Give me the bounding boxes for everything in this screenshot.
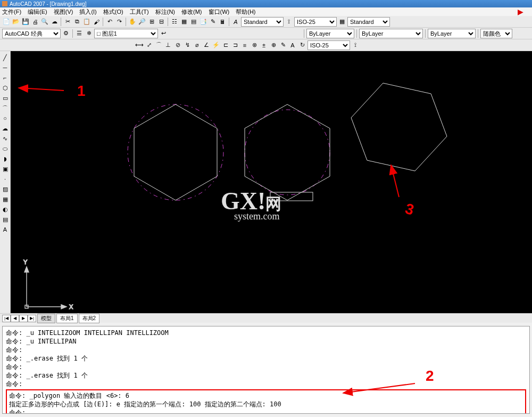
menu-view[interactable]: 视图(V) bbox=[54, 8, 73, 16]
calc-icon[interactable]: 🖩 bbox=[218, 18, 227, 26]
tab-last-icon[interactable]: ▶| bbox=[28, 315, 36, 322]
dimdia-icon[interactable]: ⌀ bbox=[193, 41, 201, 50]
dimstyle-icon[interactable]: ⟟ bbox=[285, 18, 293, 26]
zoomp-icon[interactable]: ⊟ bbox=[157, 18, 165, 26]
dimang-icon[interactable]: ∠ bbox=[202, 41, 211, 50]
dimord-icon[interactable]: ⊥ bbox=[164, 41, 172, 50]
menu-help[interactable]: 帮助(H) bbox=[236, 8, 255, 16]
layerfreeze-icon[interactable]: ❄ bbox=[85, 29, 93, 38]
dimstyle-combo[interactable]: ISO-25 bbox=[294, 17, 337, 27]
table-icon[interactable]: ▤ bbox=[1, 215, 10, 224]
sheetset-icon[interactable]: 📑 bbox=[199, 18, 207, 26]
new-icon[interactable]: 📄 bbox=[2, 18, 11, 26]
dimquick-icon[interactable]: ⚡ bbox=[212, 41, 220, 50]
cmd-highlight: 命令: _polygon 输入边的数目 <6>: 6 指定正多边形的中心点或 [… bbox=[6, 389, 526, 414]
tab-prev-icon[interactable]: ◀ bbox=[11, 315, 19, 322]
menu-window[interactable]: 窗口(W) bbox=[209, 8, 230, 16]
toolpalette-icon[interactable]: ▤ bbox=[189, 18, 198, 26]
dimbase-icon[interactable]: ⊏ bbox=[221, 41, 230, 50]
gradient-icon[interactable]: ▦ bbox=[1, 195, 10, 203]
revcloud-icon[interactable]: ☁ bbox=[1, 124, 10, 133]
ellipse-icon[interactable]: ⬭ bbox=[1, 144, 10, 153]
dimbreak-icon[interactable]: ⊗ bbox=[250, 41, 259, 50]
dimspace-icon[interactable]: ≡ bbox=[240, 41, 249, 50]
tablestyle-icon[interactable]: ▦ bbox=[338, 18, 346, 26]
tab-layout2[interactable]: 布局2 bbox=[79, 314, 100, 323]
dimedit-icon[interactable]: ✎ bbox=[279, 41, 287, 50]
open-icon[interactable]: 📂 bbox=[12, 18, 20, 26]
dimradius-icon[interactable]: ⊘ bbox=[173, 41, 182, 50]
designcenter-icon[interactable]: ▦ bbox=[180, 18, 188, 26]
dimcenter-icon[interactable]: ⊕ bbox=[269, 41, 278, 50]
polygon-icon[interactable]: ⬡ bbox=[1, 84, 10, 92]
menu-format[interactable]: 格式(O) bbox=[103, 8, 123, 16]
dimtol-icon[interactable]: ± bbox=[260, 41, 268, 50]
hatch-icon[interactable]: ▨ bbox=[1, 185, 10, 193]
matchprop-icon[interactable]: 🖌 bbox=[92, 18, 101, 26]
tab-first-icon[interactable]: |◀ bbox=[2, 315, 11, 322]
tab-next-icon[interactable]: ▶ bbox=[19, 315, 28, 322]
redo-icon[interactable]: ↷ bbox=[115, 18, 123, 26]
copy-icon[interactable]: ⧉ bbox=[73, 18, 81, 26]
menu-file[interactable]: 文件(F) bbox=[2, 8, 21, 16]
point-icon[interactable]: · bbox=[1, 175, 10, 183]
line-icon[interactable]: ╱ bbox=[1, 53, 10, 62]
block-icon[interactable]: ▣ bbox=[1, 165, 10, 173]
paste-icon[interactable]: 📋 bbox=[82, 18, 91, 26]
dimarc-icon[interactable]: ⌒ bbox=[154, 41, 163, 50]
dimlinear-icon[interactable]: ⟷ bbox=[135, 41, 144, 50]
command-window[interactable]: 命令: _u INTELLIZOOM INTELLIPAN INTELLIZOO… bbox=[2, 326, 530, 414]
linetype-combo[interactable]: ByLayer bbox=[359, 29, 423, 38]
dimcont-icon[interactable]: ⊐ bbox=[231, 41, 239, 50]
lineweight-combo[interactable]: ByLayer bbox=[428, 29, 476, 38]
menu-insert[interactable]: 插入(I) bbox=[79, 8, 96, 16]
menu-tools[interactable]: 工具(T) bbox=[130, 8, 149, 16]
menu-edit[interactable]: 编辑(E) bbox=[28, 8, 47, 16]
cmd-line: 命令: _u INTELLIPAN bbox=[6, 337, 526, 346]
workspace-combo[interactable]: AutoCAD 经典 bbox=[2, 29, 61, 38]
svg-rect-4 bbox=[270, 192, 313, 201]
layer-combo[interactable]: □ 图层1 bbox=[94, 29, 158, 38]
zoomw-icon[interactable]: ⊞ bbox=[147, 18, 156, 26]
workspace-settings-icon[interactable]: ⚙ bbox=[62, 29, 70, 38]
print-icon[interactable]: 🖨 bbox=[31, 18, 39, 26]
color-combo[interactable]: ByLayer bbox=[306, 29, 354, 38]
dimaligned-icon[interactable]: ⤢ bbox=[145, 41, 153, 50]
rect-icon[interactable]: ▭ bbox=[1, 94, 10, 102]
zoom-icon[interactable]: 🔎 bbox=[138, 18, 146, 26]
mtext-icon[interactable]: A bbox=[1, 225, 10, 234]
menu-bar[interactable]: 文件(F) 编辑(E) 视图(V) 插入(I) 格式(O) 工具(T) 标注(N… bbox=[0, 7, 532, 16]
undo-icon[interactable]: ↶ bbox=[105, 18, 114, 26]
drawing-canvas[interactable]: Y X GX!网 system.com bbox=[11, 51, 532, 313]
dimstyle-combo2[interactable]: ISO-25 bbox=[307, 40, 350, 50]
textstyle-icon[interactable]: A bbox=[231, 18, 240, 26]
dimupdate-icon[interactable]: ↻ bbox=[298, 41, 306, 50]
pan-icon[interactable]: ✋ bbox=[128, 18, 137, 26]
layerprev-icon[interactable]: ↩ bbox=[159, 29, 168, 38]
tab-layout1[interactable]: 布局1 bbox=[56, 314, 78, 323]
dimtedit-icon[interactable]: A bbox=[288, 41, 297, 50]
menu-dim[interactable]: 标注(N) bbox=[155, 8, 175, 16]
save-icon[interactable]: 💾 bbox=[21, 18, 30, 26]
publish-icon[interactable]: ☁ bbox=[50, 18, 59, 26]
svg-text:Y: Y bbox=[23, 259, 28, 265]
plotstyle-combo[interactable]: 随颜色 bbox=[480, 29, 512, 38]
textstyle-combo[interactable]: Standard bbox=[241, 17, 284, 27]
circle-icon[interactable]: ○ bbox=[1, 114, 10, 122]
preview-icon[interactable]: 🔍 bbox=[40, 18, 49, 26]
dimstyle-mgr-icon[interactable]: ⟟ bbox=[351, 41, 360, 50]
cut-icon[interactable]: ✂ bbox=[63, 18, 72, 26]
arc-icon[interactable]: ⌒ bbox=[1, 104, 10, 112]
markup-icon[interactable]: ✎ bbox=[209, 18, 217, 26]
pline-icon[interactable]: ⌐ bbox=[1, 73, 10, 82]
spline-icon[interactable]: ∿ bbox=[1, 134, 10, 143]
dimjog-icon[interactable]: ↯ bbox=[183, 41, 192, 50]
earc-icon[interactable]: ◗ bbox=[1, 154, 10, 163]
properties-icon[interactable]: ☷ bbox=[170, 18, 179, 26]
tablestyle-combo[interactable]: Standard bbox=[347, 17, 390, 27]
menu-modify[interactable]: 修改(M) bbox=[181, 8, 202, 16]
tab-model[interactable]: 模型 bbox=[37, 314, 55, 323]
region-icon[interactable]: ◐ bbox=[1, 205, 10, 214]
cline-icon[interactable]: ─ bbox=[1, 63, 10, 72]
layermgr-icon[interactable]: ☰ bbox=[75, 29, 84, 38]
